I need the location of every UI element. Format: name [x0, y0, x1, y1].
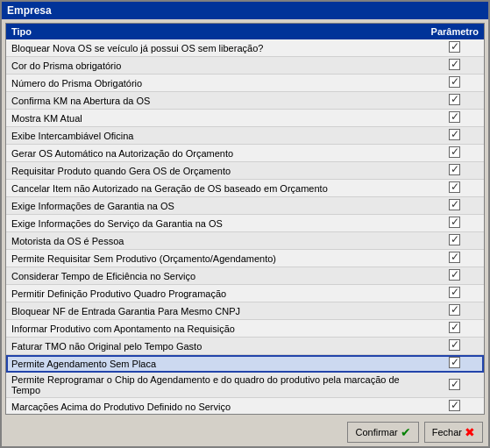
tipo-cell: Permite Agendamento Sem Placa [6, 355, 426, 373]
checkbox[interactable] [449, 287, 460, 298]
param-cell[interactable] [426, 373, 484, 398]
tipo-cell: Bloquear Nova OS se veículo já possui OS… [6, 39, 426, 57]
param-cell[interactable] [426, 127, 484, 145]
checkbox[interactable] [449, 339, 460, 351]
table-row: Motorista da OS é Pessoa [6, 232, 484, 250]
table-row: Considerar Tempo de Eficiência no Serviç… [6, 267, 484, 285]
param-cell[interactable] [426, 57, 484, 75]
checkbox[interactable] [449, 181, 460, 193]
tipo-column-header: Tipo [6, 24, 426, 39]
table-row: Gerar OS Automático na Autorização do Or… [6, 145, 484, 162]
checkbox[interactable] [449, 322, 460, 333]
checkbox[interactable] [449, 76, 460, 88]
table-row: Exige Informações de Garantia na OS [6, 197, 484, 215]
table-row: Permite Requisitar Sem Produtivo (Orçame… [6, 250, 484, 267]
checkbox[interactable] [449, 304, 460, 316]
close-label: Fechar [432, 427, 462, 437]
param-cell[interactable] [426, 162, 484, 180]
checkbox[interactable] [449, 234, 460, 245]
param-cell[interactable] [426, 145, 484, 162]
checkbox[interactable] [449, 94, 460, 105]
table-row: Bloquear Nova OS se veículo já possui OS… [6, 39, 484, 57]
table-row: Permite Reprogramar o Chip do Agendament… [6, 373, 484, 398]
table-row: Exibe Intercambiável Oficina [6, 127, 484, 145]
table-row: Informar Produtivo com Apontamento na Re… [6, 320, 484, 338]
table-row: Permite Agendamento Sem Placa [6, 355, 484, 373]
param-cell[interactable] [426, 75, 484, 92]
tipo-cell: Exige Informações do Serviço da Garantia… [6, 215, 426, 232]
param-cell[interactable] [426, 355, 484, 373]
checkbox[interactable] [449, 357, 460, 368]
checkbox[interactable] [449, 217, 460, 228]
tipo-cell: Faturar TMO não Original pelo Tempo Gast… [6, 338, 426, 355]
tipo-cell: Requisitar Produto quando Gera OS de Orç… [6, 162, 426, 180]
main-window: Empresa Tipo Parâmetro Bloquear Nova OS … [0, 0, 490, 448]
tipo-cell: Número do Prisma Obrigatório [6, 75, 426, 92]
tipo-cell: Gerar OS Automático na Autorização do Or… [6, 145, 426, 162]
tipo-cell: Marcações Acima do Produtivo Definido no… [6, 398, 426, 416]
table-row: Confirma KM na Abertura da OS [6, 92, 484, 110]
tipo-cell: Confirma KM na Abertura da OS [6, 92, 426, 110]
checkbox[interactable] [449, 199, 460, 210]
tipo-cell: Permite Requisitar Sem Produtivo (Orçame… [6, 250, 426, 267]
table-row: Cancelar Item não Autorizado na Geração … [6, 180, 484, 197]
tipo-cell: Cancelar Item não Autorizado na Geração … [6, 180, 426, 197]
tipo-cell: Motorista da OS é Pessoa [6, 232, 426, 250]
footer: Confirmar ✔ Fechar ✖ [2, 418, 488, 446]
table-row: Exige Informações do Serviço da Garantia… [6, 215, 484, 232]
tipo-cell: Bloquear NF de Entrada Garantia Para Mes… [6, 302, 426, 320]
confirm-label: Confirmar [355, 427, 397, 437]
table-row: Mostra KM Atual [6, 110, 484, 127]
checkbox[interactable] [449, 269, 460, 281]
table-row: Requisitar Produto quando Gera OS de Orç… [6, 162, 484, 180]
param-cell[interactable] [426, 285, 484, 302]
table-header-row: Tipo Parâmetro [6, 24, 484, 39]
param-cell[interactable] [426, 232, 484, 250]
checkbox[interactable] [449, 164, 460, 175]
table-row: Faturar TMO não Original pelo Tempo Gast… [6, 338, 484, 355]
table-row: Marcações Acima do Produtivo Definido no… [6, 398, 484, 416]
table-row: Permitir Definição Produtivo Quadro Prog… [6, 285, 484, 302]
param-cell[interactable] [426, 320, 484, 338]
content-area: Tipo Parâmetro Bloquear Nova OS se veícu… [2, 19, 488, 418]
param-cell[interactable] [426, 180, 484, 197]
param-cell[interactable] [426, 110, 484, 127]
tipo-cell: Exige Informações de Garantia na OS [6, 197, 426, 215]
param-cell[interactable] [426, 338, 484, 355]
tipo-cell: Informar Produtivo com Apontamento na Re… [6, 320, 426, 338]
tipo-cell: Considerar Tempo de Eficiência no Serviç… [6, 267, 426, 285]
param-cell[interactable] [426, 302, 484, 320]
parametro-column-header: Parâmetro [426, 24, 484, 39]
data-table: Tipo Parâmetro Bloquear Nova OS se veícu… [6, 24, 484, 415]
tipo-cell: Permite Reprogramar o Chip do Agendament… [6, 373, 426, 398]
checkbox[interactable] [449, 59, 460, 70]
checkbox[interactable] [449, 146, 460, 158]
title-bar: Empresa [2, 2, 488, 19]
param-cell[interactable] [426, 398, 484, 416]
tipo-cell: Mostra KM Atual [6, 110, 426, 127]
table-row: Bloquear NF de Entrada Garantia Para Mes… [6, 302, 484, 320]
close-button[interactable]: Fechar ✖ [424, 422, 483, 443]
checkbox[interactable] [449, 129, 460, 140]
param-cell[interactable] [426, 250, 484, 267]
tipo-cell: Exibe Intercambiável Oficina [6, 127, 426, 145]
window-title: Empresa [7, 4, 52, 17]
checkbox[interactable] [449, 111, 460, 123]
table-container: Tipo Parâmetro Bloquear Nova OS se veícu… [5, 23, 485, 415]
param-cell[interactable] [426, 92, 484, 110]
table-row: Cor do Prisma obrigatório [6, 57, 484, 75]
tipo-cell: Permitir Definição Produtivo Quadro Prog… [6, 285, 426, 302]
table-row: Número do Prisma Obrigatório [6, 75, 484, 92]
param-cell[interactable] [426, 39, 484, 57]
confirm-icon: ✔ [401, 425, 411, 439]
tipo-cell: Cor do Prisma obrigatório [6, 57, 426, 75]
param-cell[interactable] [426, 267, 484, 285]
confirm-button[interactable]: Confirmar ✔ [347, 422, 418, 443]
param-cell[interactable] [426, 215, 484, 232]
param-cell[interactable] [426, 197, 484, 215]
checkbox[interactable] [449, 400, 460, 411]
checkbox[interactable] [449, 252, 460, 263]
checkbox[interactable] [449, 379, 460, 390]
close-icon: ✖ [465, 425, 475, 439]
checkbox[interactable] [449, 41, 460, 53]
